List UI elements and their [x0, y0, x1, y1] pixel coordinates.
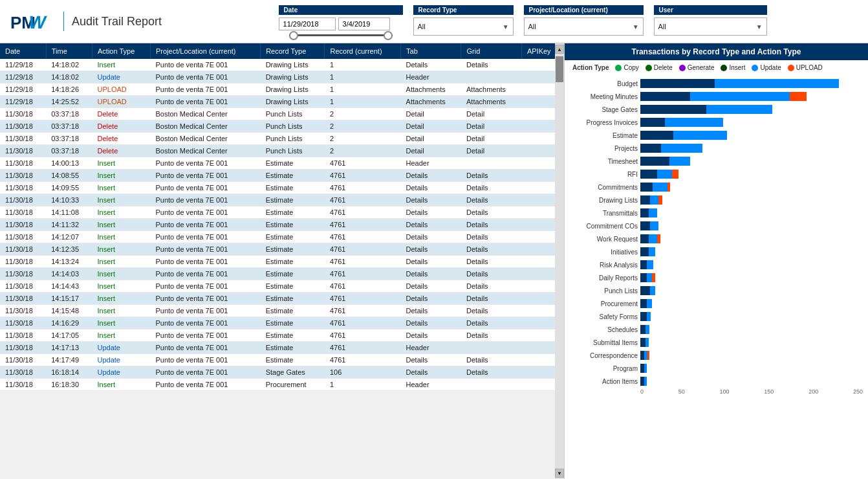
table-cell: Estimate — [261, 354, 325, 366]
bar-row: Submittal Items — [570, 337, 863, 348]
bar-row: Risk Analysis — [570, 259, 863, 271]
table-cell: 14:09:55 — [46, 182, 92, 194]
record-type-chevron: ▼ — [503, 23, 509, 30]
table-cell: 14:18:02 — [46, 71, 92, 84]
table-cell: Details — [461, 206, 521, 219]
record-type-select[interactable]: All ▼ — [413, 17, 514, 36]
table-cell: 14:12:07 — [46, 231, 92, 243]
table-cell: Punto de venta 7E 001 — [150, 219, 260, 231]
scrollbar[interactable]: ▲ ▼ — [555, 43, 564, 479]
table-cell: Stage Gates — [261, 366, 325, 379]
bar-row: Daily Reports — [570, 272, 863, 284]
bar-row: Initiatives — [570, 246, 863, 258]
table-cell: Insert — [92, 170, 151, 182]
table-cell: Punto de venta 7E 001 — [150, 206, 260, 219]
table-cell: 11/30/18 — [0, 256, 46, 268]
bar-segment — [667, 183, 670, 192]
bar-container — [640, 234, 863, 243]
col-time: Time — [46, 43, 92, 59]
bar-label: Projects — [570, 145, 638, 152]
bar-segment — [657, 170, 672, 179]
bar-row: Commitments — [570, 181, 863, 193]
table-cell: 11/30/18 — [0, 342, 46, 354]
table-row: 11/30/1814:10:33InsertPunto de venta 7E … — [0, 194, 564, 206]
bar-container — [640, 79, 863, 88]
scroll-thumb[interactable] — [556, 56, 563, 82]
bar-segment — [646, 325, 649, 334]
bar-segment — [640, 79, 715, 88]
user-filter-label: User — [654, 5, 767, 15]
project-filter-group: Project/Location (current) All ▼ — [524, 5, 644, 36]
table-cell: 16:18:14 — [46, 366, 92, 379]
table-cell: Punto de venta 7E 001 — [150, 243, 260, 256]
table-cell: Details — [461, 256, 521, 268]
table-cell: Details — [461, 194, 521, 206]
legend-item: Copy — [615, 64, 638, 71]
bar-segment — [640, 260, 647, 269]
table-cell: Estimate — [261, 268, 325, 280]
table-cell: Estimate — [261, 256, 325, 268]
table-cell: Attachments — [401, 84, 461, 96]
bar-segment — [653, 183, 667, 192]
table-cell: 14:18:26 — [46, 84, 92, 96]
table-cell: Insert — [92, 231, 151, 243]
table-cell: Details — [401, 317, 461, 329]
table-cell: Details — [401, 280, 461, 293]
date-filter-label: Date — [279, 5, 403, 15]
table-cell: Details — [461, 317, 521, 329]
table-cell: Header — [401, 157, 461, 170]
date-inputs — [279, 17, 403, 30]
table-cell: Punto de venta 7E 001 — [150, 293, 260, 305]
bar-segment — [640, 325, 646, 334]
bar-segment — [640, 118, 665, 127]
table-cell: 2 — [325, 133, 401, 145]
table-cell: Drawing Lists — [261, 59, 325, 71]
table-cell: 14:13:24 — [46, 256, 92, 268]
table-cell: Punto de venta 7E 001 — [150, 194, 260, 206]
bar-row: Estimate — [570, 129, 863, 141]
bar-label: Stage Gates — [570, 106, 638, 113]
table-cell: 14:14:43 — [46, 280, 92, 293]
project-select[interactable]: All ▼ — [524, 17, 644, 36]
date-to-input[interactable] — [338, 17, 390, 30]
legend-color-dot — [615, 65, 622, 71]
record-type-value: All — [418, 23, 426, 30]
date-from-input[interactable] — [279, 17, 336, 30]
table-cell: Update — [92, 366, 151, 379]
bar-container — [640, 364, 863, 373]
chart-body: BudgetMeeting MinutesStage GatesProgress… — [565, 75, 868, 479]
table-cell: Punch Lists — [261, 120, 325, 133]
table-cell: Detail — [461, 133, 521, 145]
slider-thumb-left[interactable] — [289, 31, 298, 40]
slider-thumb-right[interactable] — [384, 31, 393, 40]
col-action-type: Action Type — [92, 43, 151, 59]
table-cell: 11/30/18 — [0, 231, 46, 243]
table-cell: 14:10:33 — [46, 194, 92, 206]
table-cell: Header — [401, 342, 461, 354]
table-cell: 2 — [325, 145, 401, 157]
scroll-up-btn[interactable]: ▲ — [555, 45, 564, 54]
table-cell: 2 — [325, 120, 401, 133]
table-cell: 11/30/18 — [0, 329, 46, 342]
table-cell: Detail — [401, 120, 461, 133]
table-cell: 4761 — [325, 293, 401, 305]
table-cell: Details — [461, 354, 521, 366]
table-cell: 4761 — [325, 256, 401, 268]
table-cell: Header — [401, 71, 461, 84]
bar-segment — [640, 144, 661, 153]
legend-color-dot — [788, 65, 794, 71]
scroll-down-btn[interactable]: ▼ — [555, 469, 564, 478]
table-cell: 106 — [325, 366, 401, 379]
bar-segment — [650, 286, 655, 295]
bar-segment — [640, 170, 657, 179]
table-cell: Estimate — [261, 329, 325, 342]
bar-segment — [649, 234, 657, 243]
table-cell: Detail — [401, 133, 461, 145]
bar-label: Budget — [570, 80, 638, 87]
table-cell: 11/30/18 — [0, 317, 46, 329]
table-row: 11/30/1803:37:18DeleteBoston Medical Cen… — [0, 108, 564, 120]
table-row: 11/30/1814:14:03InsertPunto de venta 7E … — [0, 268, 564, 280]
user-select[interactable]: All ▼ — [654, 17, 767, 36]
bar-segment — [657, 234, 660, 243]
table-cell: Estimate — [261, 206, 325, 219]
